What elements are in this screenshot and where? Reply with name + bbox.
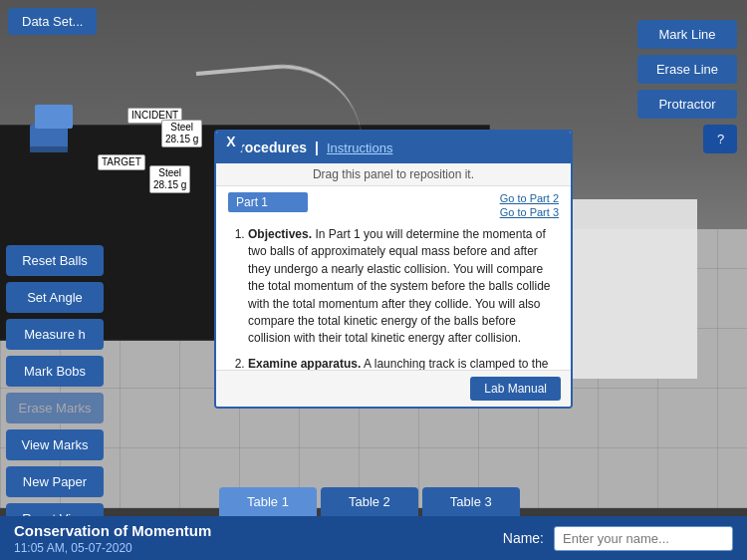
status-name-area: Name:: [503, 526, 733, 551]
procedure-item-1: Objectives. In Part 1 you will determine…: [248, 226, 559, 348]
target-label: TARGET: [98, 154, 145, 170]
instructions-link[interactable]: Instructions: [327, 140, 392, 155]
status-title: Conservation of Momentum: [14, 522, 211, 539]
procedure-item-2: Examine apparatus. A launching track is …: [248, 356, 559, 370]
objectives-text: In Part 1 you will determine the momenta…: [248, 227, 551, 345]
status-datetime: 11:05 AM, 05-07-2020: [14, 541, 211, 555]
part-label: Part 1: [228, 192, 308, 212]
top-right-panel: Mark Line Erase Line Protractor ?: [637, 20, 737, 153]
steel-ball-2-label: Steel28.15 g: [149, 165, 190, 193]
modal-header: Procedures | Instructions: [216, 132, 571, 163]
svg-rect-1: [35, 105, 73, 129]
examine-title: Examine apparatus.: [248, 357, 361, 370]
new-paper-button[interactable]: New Paper: [6, 466, 104, 497]
reset-balls-button[interactable]: Reset Balls: [6, 245, 104, 276]
view-marks-button[interactable]: View Marks: [6, 429, 104, 460]
name-input[interactable]: [554, 526, 733, 551]
name-label: Name:: [503, 530, 544, 546]
mark-bobs-button[interactable]: Mark Bobs: [6, 356, 104, 387]
drag-hint: Drag this panel to reposition it.: [216, 163, 571, 186]
part-links: Go to Part 2 Go to Part 3: [500, 192, 559, 218]
help-button[interactable]: ?: [703, 125, 737, 153]
modal-body: Part 1 Go to Part 2 Go to Part 3 Objecti…: [216, 186, 571, 370]
measure-h-button[interactable]: Measure h: [6, 319, 104, 350]
goto-part3-link[interactable]: Go to Part 3: [500, 206, 559, 218]
procedures-modal: Procedures | Instructions Drag this pane…: [214, 130, 573, 409]
status-bar: Conservation of Momentum 11:05 AM, 05-07…: [0, 516, 747, 560]
svg-rect-2: [30, 146, 68, 152]
objectives-title: Objectives.: [248, 227, 312, 241]
lab-manual-button[interactable]: Lab Manual: [470, 377, 561, 401]
left-sidebar: Reset Balls Set Angle Measure h Mark Bob…: [0, 239, 110, 540]
tab-table2[interactable]: Table 2: [321, 487, 418, 516]
tab-table3[interactable]: Table 3: [422, 487, 520, 516]
tab-table1[interactable]: Table 1: [219, 487, 317, 516]
protractor-button[interactable]: Protractor: [637, 90, 737, 119]
modal-footer: Lab Manual: [216, 370, 571, 407]
erase-line-button[interactable]: Erase Line: [637, 55, 737, 84]
steel-ball-1-label: Steel28.15 g: [161, 120, 202, 147]
status-info: Conservation of Momentum 11:05 AM, 05-07…: [14, 522, 211, 555]
mark-line-button[interactable]: Mark Line: [637, 20, 737, 49]
modal-close-button[interactable]: X: [220, 131, 242, 152]
part-navigation: Part 1 Go to Part 2 Go to Part 3: [228, 192, 559, 218]
bottom-tabs: Table 1 Table 2 Table 3: [219, 487, 520, 516]
goto-part2-link[interactable]: Go to Part 2: [500, 192, 559, 204]
procedures-list: Objectives. In Part 1 you will determine…: [228, 226, 559, 370]
erase-marks-button[interactable]: Erase Marks: [6, 393, 104, 423]
logo-squares: [30, 105, 100, 173]
modal-divider: |: [315, 140, 319, 155]
set-angle-button[interactable]: Set Angle: [6, 282, 104, 313]
data-set-button[interactable]: Data Set...: [8, 8, 97, 35]
